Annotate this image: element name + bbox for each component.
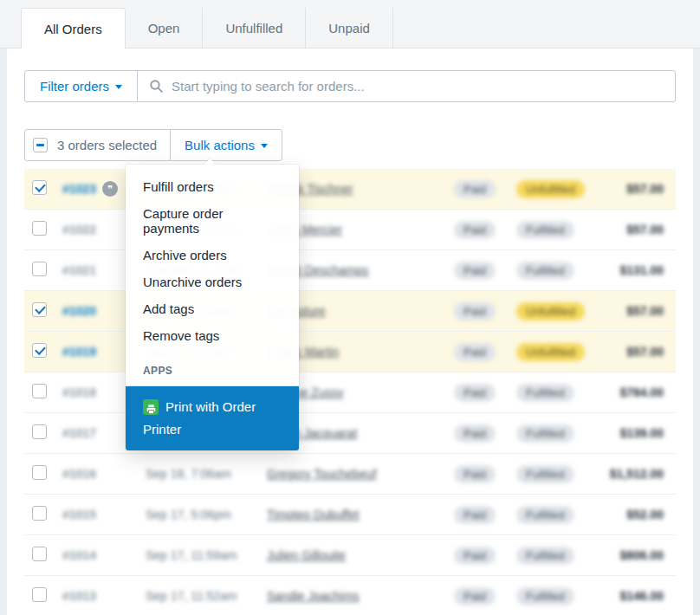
- order-number-link[interactable]: #1018: [62, 385, 96, 399]
- row-checkbox[interactable]: [32, 384, 47, 398]
- row-checkbox-cell: [24, 262, 62, 279]
- order-total: $146.00: [606, 589, 676, 603]
- fulfillment-status-badge: Fulfilled: [516, 465, 574, 483]
- payment-status-badge: Paid: [454, 221, 496, 239]
- row-checkbox[interactable]: [32, 180, 47, 195]
- order-number-link[interactable]: #1019: [62, 345, 96, 359]
- row-checkbox-cell: [24, 343, 62, 360]
- order-date: Sep 17, 11:52am: [146, 589, 267, 603]
- row-checkbox[interactable]: [32, 262, 47, 276]
- payment-status-badge: Paid: [454, 343, 496, 361]
- search-icon: [149, 79, 164, 94]
- menu-item-capture-order-payments[interactable]: Capture order payments: [126, 200, 299, 242]
- order-number-link[interactable]: #1023: [62, 182, 96, 196]
- fulfillment-status-cell: Fulfilled: [516, 587, 606, 605]
- row-checkbox[interactable]: [32, 221, 47, 236]
- bulk-selected-segment: 3 orders selected: [25, 130, 170, 160]
- payment-status-cell: Paid: [454, 221, 516, 239]
- orders-page: All OrdersOpenUnfulfilledUnpaid Filter o…: [0, 0, 700, 615]
- payment-status-cell: Paid: [454, 302, 516, 320]
- orders-card: Filter orders 3 orders selected Bulk act…: [7, 49, 693, 615]
- order-total: $784.00: [606, 385, 676, 399]
- table-row: #1023 ❞ Tuesday, 4:36pm Patrick Tischner…: [24, 169, 676, 210]
- table-row: #1015 ❞ Sep 17, 5:06pm Timoteo Dubuffet …: [24, 495, 676, 535]
- fulfillment-status-badge: Unfulfilled: [516, 180, 585, 198]
- row-checkbox[interactable]: [32, 547, 47, 561]
- payment-status-badge: Paid: [454, 262, 496, 280]
- chevron-down-icon: [261, 144, 268, 148]
- select-all-checkbox[interactable]: [33, 138, 48, 152]
- payment-status-badge: Paid: [454, 424, 496, 443]
- fulfillment-status-badge: Unfulfilled: [516, 302, 585, 320]
- menu-item-add-tags[interactable]: Add tags: [126, 295, 299, 322]
- fulfillment-status-cell: Fulfilled: [516, 424, 606, 443]
- fulfillment-status-badge: Fulfilled: [516, 221, 574, 239]
- fulfillment-status-cell: Fulfilled: [516, 547, 606, 565]
- row-checkbox[interactable]: [32, 506, 47, 521]
- row-checkbox-cell: [24, 465, 62, 482]
- fulfillment-status-cell: Unfulfilled: [516, 180, 606, 198]
- menu-item-remove-tags[interactable]: Remove tags: [126, 322, 299, 349]
- order-total: $57.00: [606, 182, 676, 196]
- order-number-link[interactable]: #1022: [62, 223, 96, 236]
- fulfillment-status-cell: Fulfilled: [516, 506, 606, 524]
- order-total: $52.00: [606, 508, 676, 521]
- search-box: [138, 71, 675, 101]
- table-row: #1013 ❞ Sep 17, 11:52am Sandie Joachims …: [24, 576, 676, 615]
- row-checkbox-cell: [24, 180, 62, 197]
- order-number-link[interactable]: #1013: [62, 589, 96, 603]
- menu-item-fulfill-orders[interactable]: Fulfill orders: [126, 173, 299, 200]
- tab-unfulfilled[interactable]: Unfulfilled: [203, 8, 306, 48]
- bulk-actions-button[interactable]: Bulk actions: [170, 130, 282, 160]
- order-number-link[interactable]: #1021: [62, 263, 96, 277]
- filter-search-group: Filter orders: [24, 70, 676, 102]
- order-date: Sep 17, 11:59am: [146, 548, 267, 562]
- menu-item-unarchive-orders[interactable]: Unarchive orders: [126, 269, 299, 295]
- menu-item-print-with-order-printer[interactable]: Print with Order Printer: [126, 386, 299, 450]
- order-number-link[interactable]: #1014: [62, 548, 96, 562]
- order-number-link[interactable]: #1017: [62, 426, 96, 440]
- bulk-actions-menu-items: Fulfill ordersCapture order paymentsArch…: [126, 173, 299, 349]
- customer-link[interactable]: Timoteo Dubuffet: [267, 508, 360, 521]
- row-checkbox[interactable]: [32, 587, 47, 602]
- row-checkbox[interactable]: [32, 465, 47, 480]
- search-input[interactable]: [172, 79, 664, 94]
- menu-item-archive-orders[interactable]: Archive orders: [126, 242, 299, 269]
- table-row: #1019 ❞ Sep 21, 2:01pm Cédric Martin Pai…: [24, 332, 676, 372]
- filter-orders-button[interactable]: Filter orders: [25, 71, 138, 101]
- payment-status-badge: Paid: [454, 506, 496, 524]
- order-number-cell: #1015 ❞: [62, 508, 146, 521]
- row-checkbox[interactable]: [32, 302, 47, 317]
- row-checkbox[interactable]: [32, 343, 47, 358]
- customer-link[interactable]: Julien Gillouite: [267, 548, 346, 562]
- fulfillment-status-badge: Fulfilled: [516, 587, 574, 605]
- table-row: #1017 ❞ Sep 19, 9:44am Laurin Jacquarat …: [24, 413, 676, 454]
- order-number-link[interactable]: #1020: [62, 304, 96, 318]
- filter-orders-label: Filter orders: [40, 79, 109, 94]
- customer-link[interactable]: Sandie Joachims: [267, 589, 360, 603]
- payment-status-badge: Paid: [454, 465, 496, 483]
- fulfillment-status-cell: Unfulfilled: [516, 302, 606, 320]
- order-date: Sep 18, 7:06am: [146, 467, 267, 481]
- fulfillment-status-cell: Fulfilled: [516, 465, 606, 483]
- table-row: #1016 ❞ Sep 18, 7:06am Gregory Touchebeu…: [24, 454, 676, 495]
- row-checkbox-cell: [24, 547, 62, 564]
- tab-open[interactable]: Open: [126, 8, 204, 48]
- payment-status-badge: Paid: [454, 587, 496, 605]
- row-checkbox-cell: [24, 221, 62, 238]
- payment-status-cell: Paid: [454, 465, 516, 483]
- tab-unpaid[interactable]: Unpaid: [306, 8, 393, 48]
- table-row: #1018 ❞ Sep 19, 12:20pm Antoine Zussy Pa…: [24, 372, 676, 413]
- fulfillment-status-badge: Unfulfilled: [516, 343, 585, 361]
- payment-status-cell: Paid: [454, 424, 516, 443]
- row-checkbox-cell: [24, 302, 62, 320]
- row-checkbox[interactable]: [32, 424, 47, 439]
- order-number-cell: #1013 ❞: [62, 589, 146, 603]
- payment-status-cell: Paid: [454, 547, 516, 565]
- order-number-link[interactable]: #1015: [62, 508, 96, 521]
- order-number-link[interactable]: #1016: [62, 467, 96, 481]
- fulfillment-status-badge: Fulfilled: [516, 424, 574, 443]
- chevron-down-icon: [115, 85, 122, 89]
- customer-link[interactable]: Gregory Touchebeuf: [267, 467, 377, 481]
- tab-all-orders[interactable]: All Orders: [21, 8, 126, 49]
